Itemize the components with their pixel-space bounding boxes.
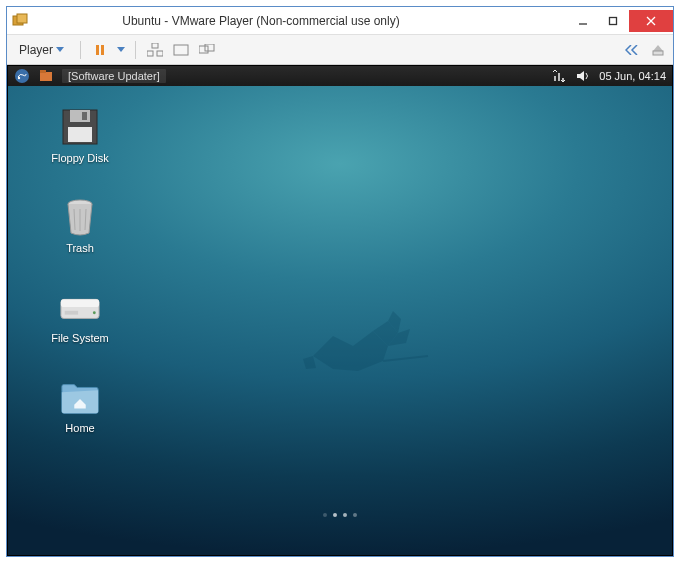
svg-point-18 xyxy=(18,77,20,79)
svg-rect-31 xyxy=(68,127,92,142)
svg-marker-26 xyxy=(303,356,316,369)
svg-line-27 xyxy=(383,356,428,361)
svg-rect-10 xyxy=(152,43,158,48)
svg-rect-8 xyxy=(101,45,104,55)
hard-disk-icon xyxy=(59,286,101,328)
svg-point-17 xyxy=(15,69,29,83)
network-icon[interactable] xyxy=(551,68,567,84)
svg-rect-7 xyxy=(96,45,99,55)
desktop-icon-label: Home xyxy=(65,422,94,434)
svg-rect-20 xyxy=(40,70,46,73)
svg-rect-13 xyxy=(174,45,188,55)
svg-rect-37 xyxy=(61,299,99,307)
svg-rect-16 xyxy=(653,51,663,55)
svg-point-38 xyxy=(93,311,96,314)
svg-rect-30 xyxy=(82,112,87,120)
drive-icon[interactable] xyxy=(649,41,667,59)
vm-display-frame: [Software Updater] 05 Jun, 04:14 xyxy=(7,65,673,556)
desktop-icon-trash[interactable]: Trash xyxy=(42,196,118,254)
taskbar-app-button[interactable]: [Software Updater] xyxy=(62,69,166,83)
desktop-icon-floppy[interactable]: Floppy Disk xyxy=(42,106,118,164)
svg-rect-15 xyxy=(205,44,214,51)
home-folder-icon xyxy=(59,376,101,418)
top-panel: [Software Updater] 05 Jun, 04:14 xyxy=(8,66,672,86)
separator xyxy=(135,41,136,59)
fullscreen-button[interactable] xyxy=(172,41,190,59)
toolbar: Player xyxy=(7,35,673,65)
pause-button[interactable] xyxy=(91,41,109,59)
xfce-menu-button[interactable] xyxy=(14,68,30,84)
desktop-icon-home[interactable]: Home xyxy=(42,376,118,434)
maximize-button[interactable] xyxy=(599,10,627,32)
svg-marker-6 xyxy=(56,47,64,52)
player-menu[interactable]: Player xyxy=(13,41,70,59)
chevron-down-icon xyxy=(56,47,64,53)
close-button[interactable] xyxy=(629,10,673,32)
unity-mode-button[interactable] xyxy=(198,41,216,59)
trash-icon xyxy=(59,196,101,238)
svg-rect-3 xyxy=(610,17,617,24)
filemanager-launcher[interactable] xyxy=(38,68,54,84)
player-menu-label: Player xyxy=(19,43,53,57)
desktop-icon-label: File System xyxy=(51,332,108,344)
minimize-button[interactable] xyxy=(569,10,597,32)
chevron-left-double-icon[interactable] xyxy=(623,41,641,59)
desktop-icon-label: Trash xyxy=(66,242,94,254)
titlebar: Ubuntu - VMware Player (Non-commercial u… xyxy=(7,7,673,35)
desktop-icon-label: Floppy Disk xyxy=(51,152,108,164)
svg-rect-39 xyxy=(65,311,78,315)
svg-marker-9 xyxy=(117,47,125,52)
svg-rect-14 xyxy=(199,46,208,53)
panel-clock[interactable]: 05 Jun, 04:14 xyxy=(599,70,666,82)
send-ctrl-alt-del-button[interactable] xyxy=(146,41,164,59)
svg-rect-19 xyxy=(40,72,52,81)
loading-indicator xyxy=(323,513,357,517)
svg-marker-22 xyxy=(313,331,388,371)
chevron-down-icon[interactable] xyxy=(117,47,125,53)
floppy-disk-icon xyxy=(59,106,101,148)
window-title: Ubuntu - VMware Player (Non-commercial u… xyxy=(0,14,567,28)
desktop-icon-filesystem[interactable]: File System xyxy=(42,286,118,344)
svg-rect-12 xyxy=(157,51,163,56)
separator xyxy=(80,41,81,59)
svg-rect-11 xyxy=(147,51,153,56)
volume-icon[interactable] xyxy=(575,68,591,84)
svg-marker-21 xyxy=(577,71,584,81)
guest-desktop[interactable]: [Software Updater] 05 Jun, 04:14 xyxy=(8,66,672,555)
wallpaper-art xyxy=(298,301,438,389)
vmware-window: Ubuntu - VMware Player (Non-commercial u… xyxy=(6,6,674,557)
